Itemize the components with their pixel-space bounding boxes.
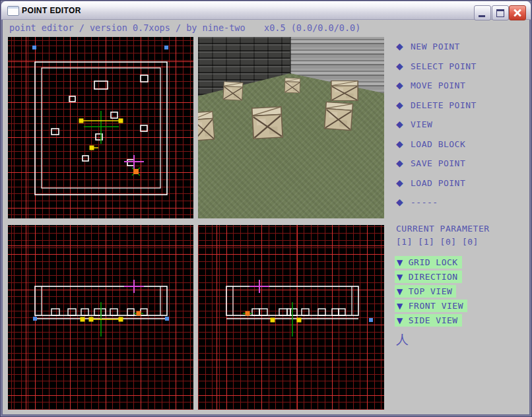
toggle-front-view[interactable]: ▼FRONT VIEW	[395, 300, 467, 312]
front-view-viewport[interactable]	[8, 225, 193, 410]
toggle-top-view[interactable]: ▼TOP VIEW	[395, 285, 456, 298]
diamond-icon: ◆	[396, 140, 405, 148]
wall-corner-edge	[290, 37, 291, 74]
command-menu: ◆NEW POINT ◆SELECT POINT ◆MOVE POINT ◆DE…	[396, 42, 525, 218]
crate-object	[331, 80, 358, 101]
triangle-down-icon: ▼	[397, 316, 403, 325]
3d-preview-viewport[interactable]	[198, 37, 384, 218]
view-toggles: ▼GRID LOCK ▼DIRECTION ▼TOP VIEW ▼FRONT V…	[395, 256, 467, 329]
side-view-viewport[interactable]	[198, 225, 384, 410]
menu-item-delete-point[interactable]: ◆DELETE POINT	[396, 101, 525, 110]
minimize-button[interactable]	[474, 5, 491, 20]
zoom-and-coordinates-text: x0.5 (0.0/0.0/0.0)	[264, 22, 360, 33]
crate-object	[222, 81, 243, 101]
menu-item-save-point[interactable]: ◆SAVE POINT	[396, 159, 525, 168]
crate-object	[284, 78, 301, 94]
triangle-down-icon: ▼	[397, 287, 403, 296]
current-parameter-title: CURRENT PARAMETER	[396, 224, 490, 234]
menu-item-new-point[interactable]: ◆NEW POINT	[396, 42, 525, 51]
diamond-icon: ◆	[396, 179, 405, 187]
menu-item-load-point[interactable]: ◆LOAD POINT	[396, 179, 525, 187]
menu-item-select-point[interactable]: ◆SELECT POINT	[396, 62, 525, 71]
diamond-icon: ◆	[396, 159, 405, 168]
crate-object	[198, 111, 215, 141]
diamond-icon: ◆	[396, 198, 405, 207]
toggle-side-view[interactable]: ▼SIDE VIEW	[395, 314, 462, 327]
menu-item-separator[interactable]: ◆-----	[396, 198, 525, 207]
crate-object	[251, 106, 283, 139]
toggle-grid-lock[interactable]: ▼GRID LOCK	[395, 256, 462, 269]
title-bar[interactable]: POINT EDITOR	[1, 1, 531, 20]
menu-item-load-block[interactable]: ◆LOAD BLOCK	[396, 140, 525, 148]
diamond-icon: ◆	[396, 101, 405, 110]
diamond-icon: ◆	[396, 81, 405, 90]
toggle-direction[interactable]: ▼DIRECTION	[395, 271, 462, 283]
menu-item-view[interactable]: ◆VIEW	[396, 120, 525, 129]
minimize-icon	[479, 15, 485, 17]
current-parameter-values: [1] [1] [0] [0]	[396, 237, 479, 247]
window-title: POINT EDITOR	[22, 6, 81, 15]
menu-item-move-point[interactable]: ◆MOVE POINT	[396, 81, 525, 90]
triangle-down-icon: ▼	[397, 258, 403, 267]
triangle-down-icon: ▼	[397, 302, 403, 311]
person-glyph: 人	[396, 331, 409, 348]
point-editor-window: POINT EDITOR point editor / version 0.7x…	[0, 0, 532, 417]
close-button[interactable]	[509, 5, 526, 20]
diamond-icon: ◆	[396, 120, 405, 129]
maximize-button[interactable]	[492, 5, 509, 20]
crate-object	[324, 102, 354, 131]
top-view-viewport[interactable]	[8, 37, 193, 218]
maximize-icon	[496, 9, 504, 17]
app-version-text: point editor / version 0.7xops / by nine…	[9, 22, 246, 33]
triangle-down-icon: ▼	[397, 273, 403, 282]
diamond-icon: ◆	[396, 62, 405, 71]
diamond-icon: ◆	[396, 42, 405, 51]
app-window-icon	[7, 6, 19, 16]
